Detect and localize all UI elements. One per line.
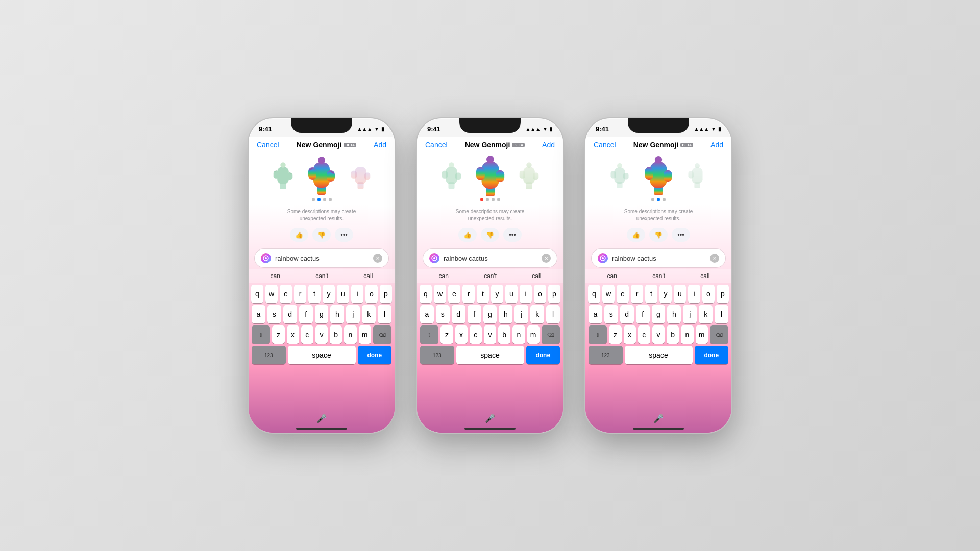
- key-j-left[interactable]: j: [346, 305, 360, 323]
- emoji-right-1[interactable]: [345, 161, 376, 192]
- key-d-right[interactable]: d: [620, 305, 634, 323]
- key-d-left[interactable]: d: [283, 305, 297, 323]
- key-f-right[interactable]: f: [636, 305, 650, 323]
- autocomplete-can-left[interactable]: can: [267, 271, 283, 281]
- key-b-middle[interactable]: b: [498, 325, 510, 344]
- clear-btn-left[interactable]: ✕: [373, 254, 382, 263]
- key-shift-left[interactable]: ⇧: [252, 325, 270, 344]
- key-done-right[interactable]: done: [695, 346, 729, 364]
- thumbdown-btn-right[interactable]: 👎: [649, 228, 668, 242]
- key-o-right[interactable]: o: [702, 285, 715, 303]
- search-field-right[interactable]: rainbow cactus ✕: [592, 249, 725, 267]
- key-x-middle[interactable]: x: [455, 325, 468, 344]
- key-z-middle[interactable]: z: [440, 325, 453, 344]
- key-123-right[interactable]: 123: [589, 346, 623, 364]
- key-m-right[interactable]: m: [696, 325, 708, 344]
- more-btn-left[interactable]: •••: [335, 228, 353, 242]
- thumbdown-btn-middle[interactable]: 👎: [481, 228, 499, 242]
- key-g-middle[interactable]: g: [483, 305, 497, 323]
- add-button-right[interactable]: Add: [710, 141, 723, 149]
- key-q-left[interactable]: q: [251, 285, 263, 303]
- key-done-left[interactable]: done: [358, 346, 392, 364]
- key-v-right[interactable]: v: [652, 325, 665, 344]
- clear-btn-middle[interactable]: ✕: [542, 254, 551, 263]
- key-u-left[interactable]: u: [337, 285, 349, 303]
- key-u-middle[interactable]: u: [505, 285, 518, 303]
- key-j-right[interactable]: j: [683, 305, 697, 323]
- key-n-right[interactable]: n: [681, 325, 693, 344]
- key-h-left[interactable]: h: [330, 305, 344, 323]
- key-w-right[interactable]: w: [602, 285, 615, 303]
- key-n-middle[interactable]: n: [512, 325, 525, 344]
- key-l-middle[interactable]: l: [546, 305, 560, 323]
- autocomplete-call-left[interactable]: call: [360, 271, 376, 281]
- key-delete-left[interactable]: ⌫: [373, 325, 391, 344]
- key-s-left[interactable]: s: [267, 305, 281, 323]
- key-shift-right[interactable]: ⇧: [589, 325, 607, 344]
- thumbup-btn-right[interactable]: 👍: [627, 228, 645, 242]
- emoji-right-right[interactable]: [682, 161, 713, 192]
- key-u-right[interactable]: u: [674, 285, 686, 303]
- key-p-middle[interactable]: p: [548, 285, 560, 303]
- key-v-middle[interactable]: v: [484, 325, 496, 344]
- key-g-right[interactable]: g: [652, 305, 666, 323]
- key-j-middle[interactable]: j: [514, 305, 528, 323]
- add-button-middle[interactable]: Add: [542, 141, 555, 149]
- key-o-left[interactable]: o: [365, 285, 378, 303]
- add-button-left[interactable]: Add: [374, 141, 386, 149]
- key-p-right[interactable]: p: [717, 285, 729, 303]
- key-123-left[interactable]: 123: [252, 346, 286, 364]
- key-d-middle[interactable]: d: [452, 305, 465, 323]
- emoji-center-right[interactable]: [640, 158, 677, 195]
- key-h-right[interactable]: h: [667, 305, 681, 323]
- key-m-middle[interactable]: m: [527, 325, 540, 344]
- more-btn-right[interactable]: •••: [672, 228, 690, 242]
- key-f-left[interactable]: f: [299, 305, 313, 323]
- key-r-middle[interactable]: r: [462, 285, 475, 303]
- key-k-middle[interactable]: k: [530, 305, 544, 323]
- key-space-left[interactable]: space: [288, 346, 356, 364]
- emoji-right-middle[interactable]: [513, 161, 544, 192]
- key-e-middle[interactable]: e: [448, 285, 460, 303]
- cancel-button-right[interactable]: Cancel: [594, 141, 616, 149]
- key-z-right[interactable]: z: [609, 325, 621, 344]
- key-q-middle[interactable]: q: [420, 285, 432, 303]
- cancel-button-left[interactable]: Cancel: [257, 141, 279, 149]
- key-t-middle[interactable]: t: [477, 285, 489, 303]
- key-c-middle[interactable]: c: [470, 325, 482, 344]
- key-space-right[interactable]: space: [625, 346, 693, 364]
- key-l-right[interactable]: l: [715, 305, 728, 323]
- emoji-left-1[interactable]: [267, 161, 298, 192]
- key-b-right[interactable]: b: [667, 325, 679, 344]
- autocomplete-cant-right[interactable]: can't: [649, 271, 668, 281]
- key-t-right[interactable]: t: [645, 285, 657, 303]
- key-c-left[interactable]: c: [301, 325, 313, 344]
- key-i-right[interactable]: i: [688, 285, 700, 303]
- key-delete-right[interactable]: ⌫: [710, 325, 728, 344]
- key-a-left[interactable]: a: [252, 305, 265, 323]
- key-z-left[interactable]: z: [272, 325, 284, 344]
- key-done-middle[interactable]: done: [526, 346, 560, 364]
- key-shift-middle[interactable]: ⇧: [420, 325, 438, 344]
- key-s-middle[interactable]: s: [436, 305, 450, 323]
- emoji-center-left[interactable]: [303, 158, 340, 195]
- mic-icon-right[interactable]: 🎤: [653, 414, 664, 423]
- key-w-middle[interactable]: w: [434, 285, 446, 303]
- key-l-left[interactable]: l: [378, 305, 391, 323]
- autocomplete-call-right[interactable]: call: [697, 271, 713, 281]
- search-input-middle[interactable]: rainbow cactus: [444, 255, 537, 262]
- key-delete-middle[interactable]: ⌫: [542, 325, 560, 344]
- key-c-right[interactable]: c: [638, 325, 650, 344]
- key-i-left[interactable]: i: [351, 285, 363, 303]
- key-t-left[interactable]: t: [308, 285, 321, 303]
- key-e-left[interactable]: e: [280, 285, 292, 303]
- key-y-left[interactable]: y: [323, 285, 335, 303]
- key-i-middle[interactable]: i: [520, 285, 532, 303]
- emoji-left-right[interactable]: [604, 161, 635, 192]
- key-q-right[interactable]: q: [588, 285, 600, 303]
- search-input-left[interactable]: rainbow cactus: [275, 255, 369, 262]
- clear-btn-right[interactable]: ✕: [710, 254, 719, 263]
- key-n-left[interactable]: n: [344, 325, 356, 344]
- thumbup-btn-left[interactable]: 👍: [290, 228, 308, 242]
- key-123-middle[interactable]: 123: [420, 346, 454, 364]
